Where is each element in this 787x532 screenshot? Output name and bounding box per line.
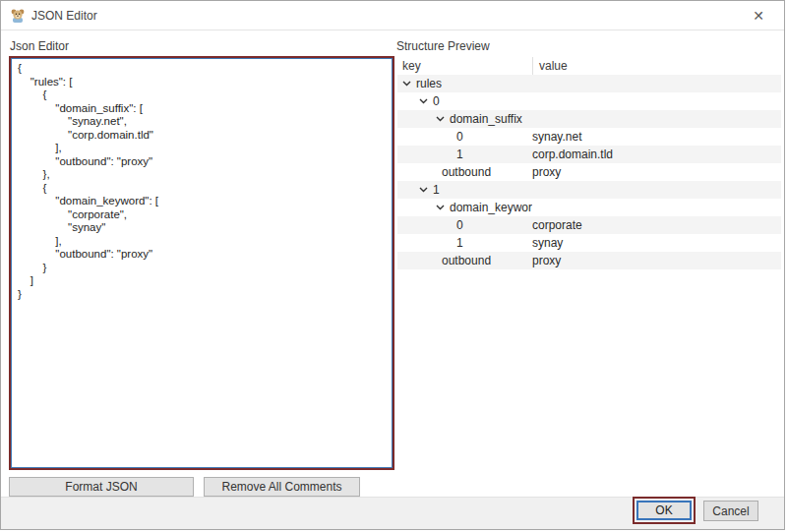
preview-panel-label: Structure Preview	[396, 39, 490, 53]
json-editor-textarea[interactable]: { "rules": [ { "domain_suffix": [ "synay…	[11, 58, 393, 468]
tree-row-index-0[interactable]: 0	[397, 92, 781, 110]
ok-button[interactable]: OK	[636, 501, 692, 520]
format-json-button[interactable]: Format JSON	[9, 477, 194, 497]
tree-header-key: key	[397, 59, 532, 73]
editor-panel-label: Json Editor	[10, 39, 69, 53]
tree-row-index-1[interactable]: 1	[397, 181, 781, 199]
tree-row-domain-keyword[interactable]: domain_keyword	[397, 199, 781, 216]
tree-row-rules[interactable]: rules	[397, 75, 781, 92]
chevron-down-icon[interactable]	[436, 205, 445, 210]
remove-all-comments-button[interactable]: Remove All Comments	[204, 477, 360, 497]
annotation-highlight-editor: { "rules": [ { "domain_suffix": [ "synay…	[9, 56, 394, 470]
tree-header-row: key value	[397, 57, 781, 75]
tree-row-domain-suffix[interactable]: domain_suffix	[397, 110, 781, 128]
cancel-button[interactable]: Cancel	[703, 501, 758, 521]
tree-row-keyword-0[interactable]: 0 corporate	[397, 216, 781, 234]
window-title: JSON Editor	[31, 9, 97, 23]
json-editor-content: { "rules": [ { "domain_suffix": [ "synay…	[12, 59, 392, 304]
json-editor-dialog: JSON Editor ✕ Json Editor Structure Prev…	[0, 0, 785, 530]
structure-preview-tree: key value rules 0 domain_suffix 0 synay.…	[397, 57, 781, 269]
title-bar: JSON Editor ✕	[1, 1, 784, 30]
tree-header-value: value	[532, 57, 781, 75]
chevron-down-icon[interactable]	[419, 98, 428, 104]
tree-row-keyword-1[interactable]: 1 synay	[397, 234, 781, 252]
tree-row-outbound-0[interactable]: outbound proxy	[397, 163, 781, 181]
teddy-bear-icon	[10, 8, 26, 24]
annotation-highlight-ok: OK	[633, 497, 696, 524]
chevron-down-icon[interactable]	[419, 187, 428, 193]
tree-row-suffix-0[interactable]: 0 synay.net	[397, 128, 781, 146]
chevron-down-icon[interactable]	[402, 81, 411, 87]
close-icon[interactable]: ✕	[739, 1, 778, 30]
tree-row-suffix-1[interactable]: 1 corp.domain.tld	[397, 146, 781, 163]
chevron-down-icon[interactable]	[436, 116, 445, 122]
tree-row-outbound-1[interactable]: outbound proxy	[397, 252, 781, 269]
